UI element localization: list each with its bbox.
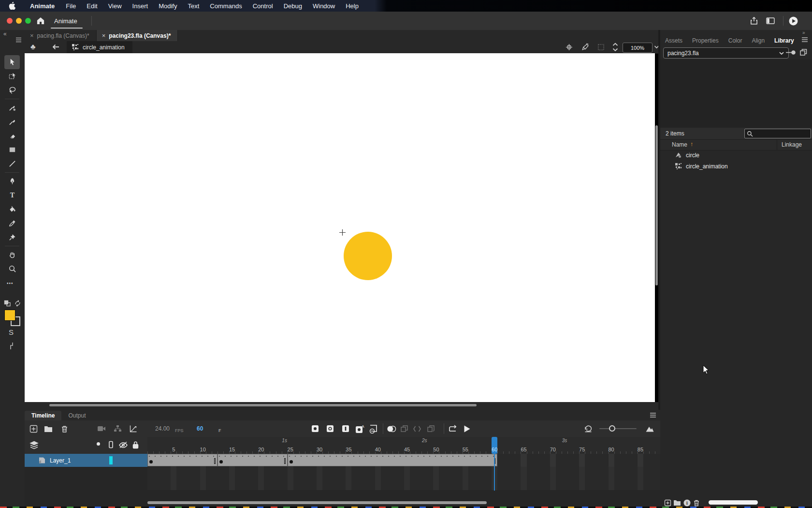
menu-item-modify[interactable]: Modify: [153, 2, 182, 10]
outline-color-dot-icon[interactable]: [97, 442, 100, 446]
line-tool[interactable]: [4, 157, 20, 171]
layers-stack-icon[interactable]: [29, 441, 39, 449]
hide-layers-icon[interactable]: [118, 441, 128, 448]
panel-menu-icon[interactable]: [801, 37, 808, 43]
pin-library-icon[interactable]: [785, 49, 797, 56]
collapse-tools-icon[interactable]: «: [3, 30, 7, 37]
stage-canvas[interactable]: [25, 53, 655, 402]
library-item-circle[interactable]: circle: [660, 149, 812, 161]
library-item-circle_animation[interactable]: circle_animation: [660, 161, 812, 172]
share-icon[interactable]: [749, 16, 759, 26]
loop-range-icon[interactable]: [412, 424, 422, 433]
zoom-tool[interactable]: [4, 262, 20, 276]
graph-editor-icon[interactable]: [128, 424, 138, 433]
classic-brush-tool[interactable]: [4, 115, 20, 129]
menu-item-help[interactable]: Help: [340, 2, 364, 10]
library-horizontal-scrollbar[interactable]: [709, 500, 758, 505]
reset-timeline-zoom-icon[interactable]: [583, 424, 593, 433]
frames-area[interactable]: 1s2s3s 510152025303540455055606570758085: [147, 437, 660, 508]
zoom-level-input[interactable]: 100%: [623, 43, 652, 53]
tools-menu-icon[interactable]: [15, 37, 22, 43]
current-frame-value[interactable]: 60: [197, 425, 203, 432]
test-movie-play-icon[interactable]: [788, 16, 798, 26]
new-symbol-icon[interactable]: [664, 499, 671, 507]
zoom-window-button[interactable]: [25, 18, 31, 24]
menu-item-debug[interactable]: Debug: [278, 2, 307, 10]
frame-span-3[interactable]: [288, 454, 498, 466]
pen-tool[interactable]: [4, 174, 20, 188]
close-window-button[interactable]: [7, 18, 13, 24]
menu-item-commands[interactable]: Commands: [204, 2, 247, 10]
smooth-option-icon[interactable]: S: [9, 328, 14, 336]
stage-circle-shape[interactable]: [344, 232, 392, 280]
modify-markers-icon[interactable]: [426, 424, 436, 433]
snap-option-icon[interactable]: [8, 342, 15, 350]
insert-keyframe-icon[interactable]: [310, 424, 320, 433]
menu-item-edit[interactable]: Edit: [81, 2, 102, 10]
fps-value[interactable]: 24.00: [155, 425, 170, 432]
frame-number-ruler[interactable]: 510152025303540455055606570758085: [147, 445, 660, 454]
center-frame-icon[interactable]: [565, 43, 573, 51]
timeline-zoom-slider-track[interactable]: [599, 428, 637, 429]
selection-tool[interactable]: [4, 55, 20, 69]
column-name-header[interactable]: Name: [672, 141, 687, 148]
canvas-horizontal-scrollbar[interactable]: [49, 404, 477, 406]
close-tab-icon[interactable]: ×: [30, 32, 34, 39]
panel-tab-library[interactable]: Library: [769, 37, 799, 44]
playhead-line[interactable]: [494, 454, 495, 491]
free-transform-tool[interactable]: [4, 69, 20, 83]
layer-row-layer1[interactable]: Layer_1: [25, 454, 147, 467]
minimize-window-button[interactable]: [16, 18, 22, 24]
clip-content-icon[interactable]: [597, 43, 605, 51]
new-library-panel-icon[interactable]: [799, 48, 808, 56]
new-folder-layer-icon[interactable]: [44, 424, 53, 433]
canvas-vertical-scrollbar[interactable]: [655, 125, 658, 285]
hand-tool[interactable]: [4, 248, 20, 262]
timeline-zoom-slider-knob[interactable]: [609, 425, 615, 432]
panel-tab-align[interactable]: Align: [747, 37, 769, 44]
auto-keyframe-icon[interactable]: A: [355, 424, 365, 433]
item-properties-icon[interactable]: i: [683, 499, 691, 507]
new-layer-icon[interactable]: [29, 424, 38, 433]
onion-skin-icon[interactable]: [387, 424, 396, 433]
library-search-input[interactable]: [744, 129, 811, 138]
timeline-horizontal-scrollbar[interactable]: [147, 501, 487, 504]
menu-item-animate[interactable]: Animate: [24, 2, 60, 10]
back-arrow-icon[interactable]: [52, 43, 60, 51]
insert-blank-keyframe-icon[interactable]: [325, 424, 335, 433]
timeline-tab-timeline[interactable]: Timeline: [25, 411, 61, 420]
edit-multiple-frames-icon[interactable]: [400, 424, 409, 433]
panel-tab-color[interactable]: Color: [724, 37, 747, 44]
paint-bucket-tool[interactable]: [4, 202, 20, 216]
panel-tab-properties[interactable]: Properties: [687, 37, 724, 44]
apple-logo-icon[interactable]: [9, 2, 15, 10]
home-icon[interactable]: [36, 16, 45, 26]
zoom-stepper-icon[interactable]: [611, 42, 619, 52]
doc-tab-pacing.fla[interactable]: ×pacing.fla (Canvas)*: [25, 30, 97, 41]
default-colors-icon[interactable]: [4, 300, 11, 307]
column-linkage-header[interactable]: Linkage: [782, 141, 802, 148]
close-tab-icon[interactable]: ×: [102, 32, 106, 39]
play-icon[interactable]: [462, 424, 472, 433]
column-divider[interactable]: [777, 140, 777, 150]
frame-span-1[interactable]: [147, 454, 218, 466]
new-folder-icon[interactable]: [673, 499, 681, 506]
remove-frames-icon[interactable]: [369, 424, 378, 433]
panel-tab-assets[interactable]: Assets: [660, 37, 687, 44]
edit-scene-icon[interactable]: ♣: [30, 43, 36, 51]
delete-item-icon[interactable]: [693, 499, 700, 507]
layer-parenting-icon[interactable]: [113, 424, 122, 433]
menu-item-insert[interactable]: Insert: [127, 2, 154, 10]
menu-item-view[interactable]: View: [103, 2, 127, 10]
workspace-switcher-icon[interactable]: [766, 16, 775, 25]
loop-playback-icon[interactable]: [448, 424, 458, 433]
asset-warp-tool[interactable]: [4, 230, 20, 244]
breadcrumb-symbol[interactable]: circle_animation: [67, 41, 132, 53]
lasso-tool[interactable]: [4, 83, 20, 97]
lock-layers-icon[interactable]: [132, 441, 139, 449]
layer-color-marker[interactable]: [109, 456, 113, 464]
add-camera-icon[interactable]: [97, 424, 106, 433]
menu-item-file[interactable]: File: [60, 2, 81, 10]
menu-item-window[interactable]: Window: [307, 2, 340, 10]
rectangle-tool[interactable]: [4, 143, 20, 157]
